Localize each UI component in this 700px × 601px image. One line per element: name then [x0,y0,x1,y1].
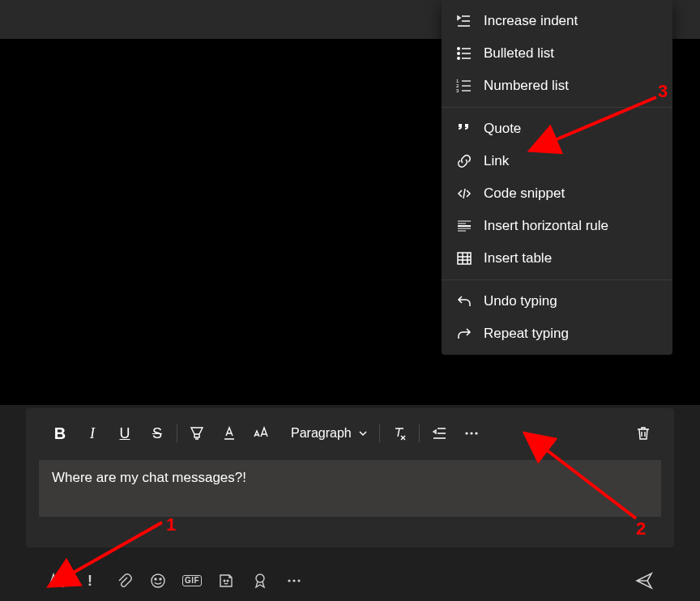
menu-item-label: Link [484,153,509,169]
format-toolbar: B I U S Paragraph [26,408,674,455]
more-actions-button[interactable] [279,566,309,595]
svg-rect-6 [458,253,471,264]
format-more-dropdown: Increase indent Bulleted list 123 Number… [442,0,672,355]
toolbar-separator [379,424,380,442]
toolbar-separator [177,424,177,442]
menu-numbered-list[interactable]: 123 Numbered list [442,70,672,102]
message-input[interactable]: Where are my chat messages?! [39,460,661,517]
bulleted-list-icon [456,45,472,62]
menu-redo[interactable]: Repeat typing [442,318,672,350]
svg-point-0 [458,48,459,49]
svg-point-18 [297,579,300,582]
emoji-button[interactable] [143,566,173,595]
horizontal-rule-icon [456,218,472,234]
menu-item-label: Increase indent [484,13,578,29]
font-color-button[interactable] [213,420,245,447]
svg-point-13 [224,580,225,582]
emoji-icon [150,573,166,589]
sticker-icon [218,573,234,589]
svg-point-17 [292,579,295,582]
redo-icon [456,326,472,342]
menu-item-label: Bulleted list [484,45,554,62]
menu-item-label: Insert horizontal rule [484,218,608,234]
send-button[interactable] [629,566,659,595]
chevron-down-icon [358,428,368,438]
underline-button[interactable]: U [109,420,141,447]
svg-point-1 [458,53,459,54]
format-toggle-button[interactable] [41,566,71,595]
paperclip-icon [116,573,132,589]
menu-link[interactable]: Link [442,145,672,177]
trash-icon [635,425,651,441]
menu-item-label: Quote [484,121,521,137]
more-options-button[interactable] [455,420,488,447]
svg-point-2 [458,58,459,59]
compose-bottom-bar: ! GIF [26,561,674,601]
svg-point-15 [256,574,264,582]
font-size-button[interactable] [245,420,278,447]
decrease-indent-button[interactable] [423,420,455,447]
highlight-icon [189,425,205,441]
send-icon [634,571,654,590]
bold-button[interactable]: B [44,420,76,447]
svg-point-12 [160,578,161,580]
menu-item-label: Repeat typing [484,326,569,342]
menu-item-label: Insert table [484,250,552,266]
svg-text:3: 3 [456,88,459,93]
code-icon [456,185,472,202]
undo-icon [456,293,472,309]
italic-button[interactable]: I [76,420,109,447]
dropdown-section-1: Increase indent Bulleted list 123 Number… [442,0,672,107]
attach-button[interactable] [109,566,139,595]
menu-increase-indent[interactable]: Increase indent [442,5,672,37]
menu-code-snippet[interactable]: Code snippet [442,177,672,210]
more-icon [286,573,302,589]
format-icon [47,572,65,590]
svg-point-10 [152,574,164,587]
menu-item-label: Numbered list [484,78,569,94]
menu-item-label: Code snippet [484,185,565,202]
menu-insert-hr[interactable]: Insert horizontal rule [442,210,672,242]
strikethrough-button[interactable]: S [141,420,173,447]
gif-icon: GIF [182,575,202,586]
compose-box: B I U S Paragraph [26,408,674,548]
highlight-button[interactable] [181,420,213,447]
paragraph-style-dropdown[interactable]: Paragraph [283,420,376,447]
clear-format-icon [391,425,408,441]
praise-button[interactable] [245,566,275,595]
svg-point-8 [470,432,472,434]
dropdown-section-2: Quote Link Code snippet Insert horizonta… [442,108,672,279]
paragraph-label: Paragraph [291,426,352,441]
svg-point-16 [288,579,290,582]
font-size-icon [253,425,271,441]
svg-point-9 [475,432,477,434]
svg-point-7 [465,432,467,434]
menu-bulleted-list[interactable]: Bulleted list [442,37,672,70]
menu-undo[interactable]: Undo typing [442,285,672,318]
indent-increase-icon [456,13,472,29]
clear-formatting-button[interactable] [383,420,416,447]
svg-point-14 [227,580,228,582]
badge-icon [252,573,268,589]
delete-button[interactable] [627,420,659,447]
menu-insert-table[interactable]: Insert table [442,242,672,275]
indent-decrease-icon [431,425,447,441]
link-icon [456,153,472,169]
svg-point-11 [155,578,156,580]
menu-item-label: Undo typing [484,293,557,309]
message-text: Where are my chat messages?! [52,470,246,485]
menu-quote[interactable]: Quote [442,113,672,145]
font-color-icon [221,425,237,441]
sticker-button[interactable] [211,566,241,595]
numbered-list-icon: 123 [456,78,472,94]
toolbar-separator [419,424,420,442]
importance-button[interactable]: ! [75,566,105,595]
quote-icon [456,121,472,137]
gif-button[interactable]: GIF [177,566,207,595]
table-icon [456,250,472,266]
more-icon [463,425,480,441]
dropdown-section-3: Undo typing Repeat typing [442,280,672,355]
